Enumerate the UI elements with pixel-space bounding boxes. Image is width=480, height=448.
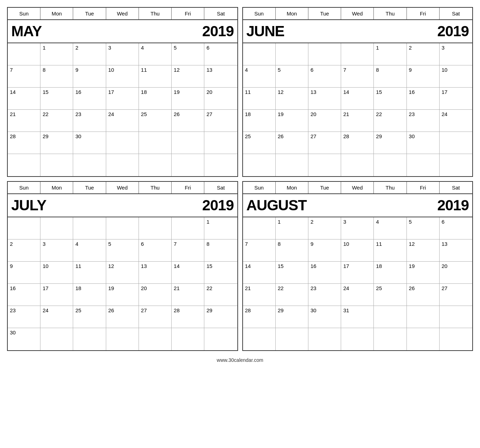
day-number: 19: [174, 89, 202, 95]
day-number: 9: [10, 263, 38, 269]
week-row-1: 78910111213: [8, 65, 237, 88]
calendar-cell: [106, 217, 139, 239]
calendar-cell: 25: [73, 306, 106, 328]
calendar-cell: 30: [308, 306, 341, 328]
calendar-cell: 10: [106, 65, 139, 87]
day-number: 21: [10, 111, 38, 117]
calendar-cell: 18: [139, 88, 172, 109]
calendar-cell: 24: [40, 306, 73, 328]
calendar-cell: 24: [440, 110, 472, 132]
calendar-cell: 28: [243, 306, 276, 328]
calendar-cell: 26: [106, 306, 139, 328]
day-number: 7: [343, 67, 371, 73]
day-number: 29: [278, 307, 306, 313]
day-names-row: SunMonTueWedThuFriSat: [243, 8, 473, 20]
calendar-cell: [73, 328, 106, 350]
day-number: 8: [376, 67, 404, 73]
day-number: 24: [43, 307, 71, 313]
calendar-cell: 6: [139, 239, 172, 261]
week-row-4: 28293031: [243, 306, 473, 328]
day-number: 14: [10, 89, 38, 95]
day-names-row: SunMonTueWedThuFriSat: [8, 8, 237, 20]
calendar-cell: 13: [204, 65, 237, 87]
day-number: 30: [311, 307, 339, 313]
week-row-1: 45678910: [243, 65, 473, 88]
day-name-fri: Fri: [172, 182, 204, 193]
day-number: 26: [108, 307, 136, 313]
day-number: 14: [174, 263, 202, 269]
day-number: 6: [206, 45, 235, 51]
day-number: 22: [206, 285, 235, 291]
calendar-cell: 1: [374, 43, 407, 65]
calendar-cell: [308, 328, 341, 350]
calendar-cell: [308, 154, 341, 176]
calendar-cell: 15: [276, 262, 308, 283]
calendar-cell: 3: [40, 239, 73, 261]
calendar-cell: [243, 154, 276, 176]
day-name-tue: Tue: [308, 182, 341, 193]
day-number: 12: [409, 241, 437, 247]
day-number: 21: [343, 111, 371, 117]
calendar-cell: 22: [40, 110, 73, 132]
calendar-cell: 10: [341, 239, 374, 261]
day-number: 19: [108, 285, 136, 291]
year-label: 2019: [437, 197, 469, 214]
day-number: 10: [343, 241, 371, 247]
calendar-cell: 20: [139, 284, 172, 306]
day-number: 6: [442, 219, 470, 225]
calendar-cell: [73, 217, 106, 239]
day-number: 25: [75, 307, 103, 313]
calendar-cell: 17: [40, 284, 73, 306]
day-name-sat: Sat: [204, 182, 237, 193]
day-number: 30: [409, 133, 437, 139]
day-number: 16: [75, 89, 103, 95]
calendar-cell: 6: [308, 65, 341, 87]
week-row-2: 14151617181920: [243, 262, 473, 284]
day-number: 11: [141, 67, 169, 73]
day-number: 17: [108, 89, 136, 95]
week-row-0: 1: [8, 217, 237, 239]
calendar-cell: [243, 43, 276, 65]
calendar-cell: 4: [243, 65, 276, 87]
calendar-cell: [276, 154, 308, 176]
day-number: 14: [245, 263, 273, 269]
calendar-cell: 2: [73, 43, 106, 65]
week-row-5: [243, 328, 473, 350]
calendar-cell: 8: [40, 65, 73, 87]
calendar-cell: 21: [341, 110, 374, 132]
calendar-cell: 15: [374, 88, 407, 109]
day-number: 3: [442, 45, 470, 51]
day-number: 18: [376, 263, 404, 269]
day-number: 13: [206, 67, 235, 73]
calendar-cell: 26: [276, 132, 308, 154]
calendar-cell: [139, 132, 172, 154]
day-number: 28: [174, 307, 202, 313]
calendar-cell: 4: [73, 239, 106, 261]
day-name-thu: Thu: [139, 182, 172, 193]
calendar-cell: 5: [172, 43, 204, 65]
calendar-cell: 7: [243, 239, 276, 261]
day-number: 26: [278, 133, 306, 139]
calendar-cell: 1: [40, 43, 73, 65]
calendar-cell: [243, 217, 276, 239]
week-row-5: [243, 154, 473, 176]
month-name: AUGUST: [247, 197, 307, 214]
day-number: 16: [311, 263, 339, 269]
day-name-sun: Sun: [8, 8, 40, 19]
calendar-cell: 17: [440, 88, 472, 109]
day-number: 26: [409, 285, 437, 291]
calendar-cell: 29: [276, 306, 308, 328]
week-row-5: [8, 154, 237, 176]
calendar-cell: 24: [106, 110, 139, 132]
day-number: 20: [206, 89, 235, 95]
calendar-cell: [172, 217, 204, 239]
calendar-cell: [341, 328, 374, 350]
day-number: 23: [10, 307, 38, 313]
day-name-fri: Fri: [407, 182, 440, 193]
day-number: 31: [343, 307, 371, 313]
calendar-cell: [204, 154, 237, 176]
day-number: 2: [10, 241, 38, 247]
calendar-cell: [374, 328, 407, 350]
calendar-cell: 13: [308, 88, 341, 109]
day-number: 13: [141, 263, 169, 269]
